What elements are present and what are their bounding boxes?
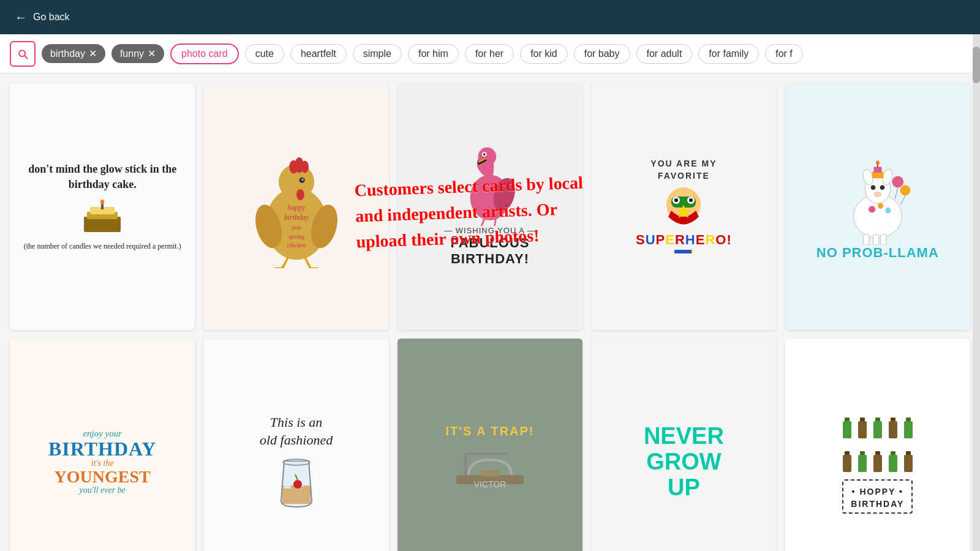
svg-line-62 [900,195,905,204]
chip-label: funny [120,48,144,59]
card-old-fashioned[interactable]: This is anold fashioned [203,339,388,551]
filter-pill-photo-card[interactable]: photo card [170,43,239,64]
svg-rect-87 [858,455,867,472]
svg-point-54 [885,208,891,213]
filter-pill-for-him[interactable]: for him [408,44,459,64]
superhero-illustration [653,183,714,232]
card-title: • HOPPY • [851,487,904,497]
card-superhero[interactable]: YOU ARE MY FAVORITE SUPER [591,83,776,330]
flamingo-illustration [453,146,527,226]
card-glow-stick[interactable]: don't mind the glow stick in the birthda… [10,83,195,330]
bottle-icon [856,410,869,441]
filter-chip-birthday[interactable]: birthday ✕ [42,44,105,63]
svg-point-47 [880,185,885,190]
svg-rect-80 [891,418,895,421]
filter-pill-for-her[interactable]: for her [465,44,514,64]
card-never-grow-up[interactable]: NEVERGROWUP [591,339,776,551]
card-title: FABULOUSBIRTHDAY! [450,235,529,267]
card-title: SUPERHERO! [636,232,732,248]
header: ← Go back [0,0,980,34]
filter-pill-simple[interactable]: simple [353,44,402,64]
svg-point-53 [878,203,883,208]
bottle-icon [902,444,914,474]
svg-rect-49 [863,234,869,245]
filter-pill-for-family[interactable]: for family [698,44,759,64]
chip-remove-icon[interactable]: ✕ [148,48,156,59]
svg-point-46 [871,185,876,190]
back-arrow-icon: ← [15,10,27,24]
filter-pill-for-adult[interactable]: for adult [636,44,693,64]
filter-pill-for-baby[interactable]: for baby [574,44,630,64]
svg-line-32 [494,219,496,226]
chicken-illustration: happy birthday you spring chicken [247,146,345,268]
pencil-icon [674,248,693,255]
svg-point-60 [900,185,910,195]
card-grid: don't mind the glow stick in the birthda… [0,73,980,551]
svg-rect-83 [904,421,913,438]
svg-rect-76 [860,418,865,421]
svg-rect-82 [906,418,911,421]
svg-rect-51 [880,234,886,245]
bottle-icon [887,410,899,441]
card-hoppy-birthday[interactable]: • HOPPY • BIRTHDAY [785,339,970,551]
svg-point-11 [296,189,304,200]
svg-rect-92 [906,451,911,455]
card-title: This is anold fashioned [260,414,333,449]
bottle-icon [841,444,853,474]
svg-text:chicken: chicken [287,242,306,249]
svg-line-61 [895,187,898,199]
card-line3: you'll ever be [80,485,126,495]
bottle-icon [841,410,853,441]
svg-text:happy: happy [287,203,306,211]
svg-rect-78 [875,418,880,421]
card-trap[interactable]: IT'S A TRAP! VICTOR [398,339,582,551]
svg-rect-75 [843,421,851,438]
svg-point-4 [100,200,104,204]
svg-rect-70 [481,470,499,476]
filter-chip-funny[interactable]: funny ✕ [111,44,164,63]
svg-line-16 [282,257,288,268]
card-title: don't mind the glow stick in the birthda… [17,162,187,192]
go-back-label[interactable]: Go back [33,12,70,23]
bottle-icon [887,444,899,474]
svg-point-9 [301,160,309,173]
svg-rect-84 [845,451,850,455]
trap-illustration: VICTOR [450,438,530,500]
card-subtitle: (the number of candles we needed require… [24,241,181,252]
svg-line-31 [481,219,484,226]
svg-rect-93 [904,455,913,472]
svg-text:spring: spring [288,233,304,239]
svg-rect-81 [889,421,897,438]
svg-point-58 [876,160,880,165]
svg-point-52 [869,206,875,212]
svg-text:VICTOR: VICTOR [474,479,507,489]
card-flamingo[interactable]: — WISHING YOU A — FABULOUSBIRTHDAY! [398,83,582,330]
filter-pill-cute[interactable]: cute [245,44,284,64]
bottle-icon [872,410,884,441]
svg-rect-88 [875,451,880,455]
filter-pill-heartfelt[interactable]: heartfelt [290,44,347,64]
svg-rect-90 [891,451,895,455]
filter-pill-for-f[interactable]: for f [765,44,803,64]
card-enjoy-birthday[interactable]: enjoy your BIRTHDAY it's the YOUNGEST yo… [10,339,195,551]
svg-point-48 [873,191,881,197]
svg-text:birthday: birthday [284,213,309,222]
search-button[interactable] [10,41,36,67]
svg-point-59 [892,176,903,187]
svg-rect-91 [889,455,897,472]
scrollbar[interactable] [973,34,980,551]
card-subtitle: YOUNGEST [55,468,151,485]
card-title: NEVERGROWUP [644,424,724,500]
bottle-icon [872,444,884,474]
svg-rect-86 [860,451,865,455]
scrollbar-thumb[interactable] [973,47,980,83]
filter-bar: birthday ✕ funny ✕ photo card cute heart… [0,34,980,73]
svg-line-17 [304,257,310,268]
svg-rect-79 [873,421,882,438]
card-line2: FAVORITE [658,171,710,181]
chip-remove-icon[interactable]: ✕ [89,48,97,59]
card-spring-chicken[interactable]: happy birthday you spring chicken [203,83,388,330]
filter-pill-for-kid[interactable]: for kid [520,44,568,64]
svg-marker-41 [692,248,693,255]
card-llama[interactable]: NO PROB-LLAMA [785,83,970,330]
